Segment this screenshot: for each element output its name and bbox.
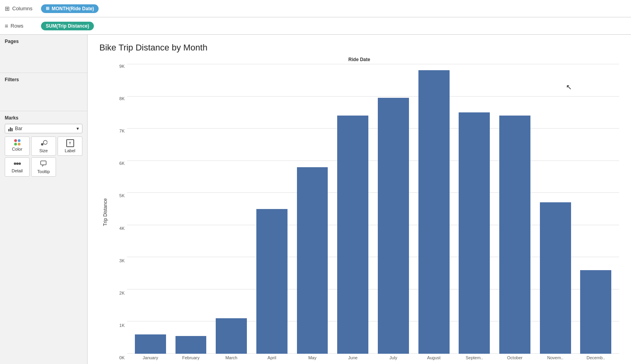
detail-icon (13, 160, 21, 167)
color-label: Color (12, 147, 22, 151)
x-tick: July (374, 355, 413, 360)
size-icon (40, 139, 48, 147)
svg-rect-5 (41, 161, 46, 165)
columns-label: ⊞ Columns (5, 5, 36, 12)
bar-col[interactable] (576, 64, 615, 354)
y-tick: 2K (119, 291, 125, 295)
svg-point-0 (41, 143, 43, 146)
pages-title: Pages (5, 39, 82, 44)
size-label: Size (39, 148, 48, 153)
y-tick: 1K (119, 323, 125, 328)
bar-col[interactable] (414, 64, 454, 354)
bar[interactable] (256, 209, 287, 354)
bar-col[interactable] (212, 64, 251, 354)
bar[interactable] (297, 167, 328, 354)
y-axis: 9K8K7K6K5K4K3K2K1K0K (111, 64, 127, 360)
pages-section: Pages (0, 35, 87, 73)
bar-col[interactable] (333, 64, 372, 354)
bar-col[interactable] (455, 64, 494, 354)
rows-pill[interactable]: SUM(Trip Distance) (41, 22, 94, 30)
calendar-icon: ⊞ (46, 6, 49, 11)
x-tick: March (212, 355, 251, 360)
chart-container: Ride Date Trip Distance 9K8K7K6K5K4K3K2K… (99, 57, 619, 360)
y-tick: 3K (119, 258, 125, 263)
color-icon (14, 139, 21, 146)
bars-row (127, 64, 619, 354)
marks-detail-button[interactable]: Detail (5, 157, 30, 177)
marks-size-button[interactable]: Size (31, 136, 56, 156)
y-tick: 4K (119, 226, 125, 231)
filters-title: Filters (5, 77, 82, 82)
chart-inner: Trip Distance 9K8K7K6K5K4K3K2K1K0K ↖ (99, 64, 619, 360)
detail-label: Detail (11, 168, 22, 173)
rows-pill-label: SUM(Trip Distance) (46, 23, 89, 29)
filters-section: Filters (0, 73, 87, 111)
marks-tooltip-button[interactable]: Tooltip (31, 157, 56, 177)
filters-content (5, 85, 82, 108)
rows-label: ≡ Rows (5, 22, 36, 29)
tooltip-icon (40, 160, 48, 168)
columns-pill-label: MONTH(Ride Date) (52, 6, 94, 11)
y-tick: 8K (119, 96, 125, 101)
dropdown-chevron-icon: ▾ (77, 126, 79, 131)
ride-date-label: Ride Date (99, 57, 619, 62)
bar-col[interactable] (131, 64, 170, 354)
marks-dropdown-left: Bar (8, 126, 22, 131)
bar[interactable] (175, 336, 207, 354)
bar-col[interactable] (495, 64, 534, 354)
label-label: Label (65, 148, 75, 153)
bar-col[interactable] (374, 64, 413, 354)
bar-col[interactable] (293, 64, 332, 354)
columns-icon: ⊞ (5, 5, 10, 12)
sidebar: Pages Filters Marks Bar ▾ (0, 35, 88, 364)
tooltip-label: Tooltip (37, 169, 50, 174)
y-axis-label-container: Trip Distance (99, 64, 111, 360)
chart-area: Bike Trip Distance by Month Ride Date Tr… (88, 35, 631, 364)
bar[interactable] (337, 116, 368, 354)
rows-shelf: ≡ Rows SUM(Trip Distance) (0, 17, 631, 35)
y-tick: 9K (119, 64, 125, 69)
marks-buttons-grid: Color Size T (5, 136, 82, 177)
bar[interactable] (418, 70, 450, 354)
main-layout: Pages Filters Marks Bar ▾ (0, 35, 631, 364)
rows-icon: ≡ (5, 22, 8, 29)
x-tick: January (131, 355, 170, 360)
x-tick: Decemb.. (576, 355, 615, 360)
y-tick: 6K (119, 161, 125, 166)
bars-wrapper: ↖ (127, 64, 619, 354)
svg-point-1 (43, 140, 47, 144)
x-tick: February (172, 355, 211, 360)
columns-text: Columns (12, 6, 32, 11)
bar-col[interactable] (252, 64, 291, 354)
x-tick: June (333, 355, 372, 360)
bar[interactable] (378, 98, 409, 354)
bar[interactable] (135, 334, 166, 354)
x-axis: JanuaryFebruaryMarchAprilMayJuneJulyAugu… (127, 354, 619, 360)
chart-title: Bike Trip Distance by Month (99, 43, 619, 53)
rows-text: Rows (11, 23, 24, 29)
bar-col[interactable] (536, 64, 575, 354)
bar-col[interactable] (172, 64, 211, 354)
y-tick: 7K (119, 129, 125, 133)
marks-section: Marks Bar ▾ (0, 111, 87, 181)
columns-shelf: ⊞ Columns ⊞ MONTH(Ride Date) (0, 0, 631, 17)
columns-pill[interactable]: ⊞ MONTH(Ride Date) (41, 4, 99, 13)
pages-content (5, 47, 82, 70)
marks-title: Marks (5, 115, 82, 121)
marks-color-button[interactable]: Color (5, 136, 30, 156)
bars-area: ↖ JanuaryFebruaryMarchAprilMayJuneJulyAu… (127, 64, 619, 360)
bar-chart-icon (8, 126, 13, 131)
bar[interactable] (580, 270, 611, 354)
bar[interactable] (540, 202, 571, 354)
bar[interactable] (459, 112, 490, 354)
x-tick: Septem.. (455, 355, 494, 360)
y-axis-label: Trip Distance (103, 198, 108, 226)
bar[interactable] (499, 116, 530, 354)
bar[interactable] (216, 318, 247, 354)
x-tick: Novem.. (536, 355, 575, 360)
marks-label-button[interactable]: T Label (58, 136, 82, 156)
marks-type-dropdown[interactable]: Bar ▾ (5, 124, 82, 133)
svg-point-3 (16, 162, 19, 165)
x-tick: August (414, 355, 454, 360)
marks-type-label: Bar (15, 126, 22, 131)
